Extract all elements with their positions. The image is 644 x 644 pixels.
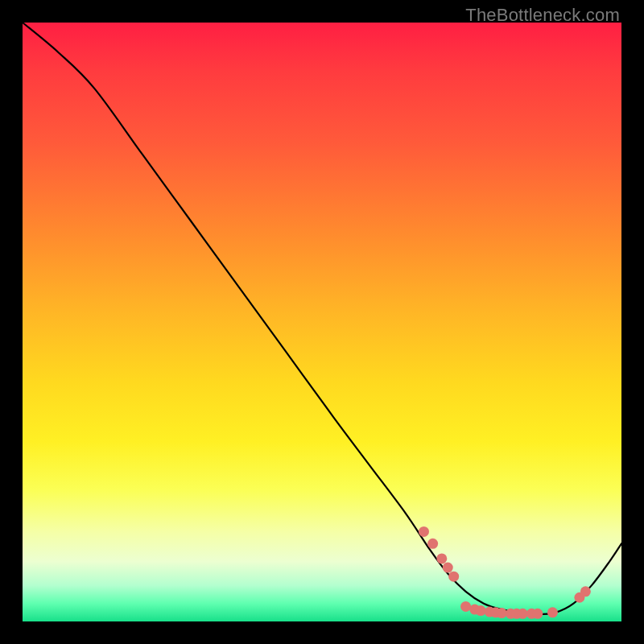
curve-marker <box>547 607 558 617</box>
curve-markers <box>419 526 591 619</box>
curve-marker <box>443 563 453 573</box>
curve-marker <box>532 609 543 619</box>
curve-marker <box>448 572 459 582</box>
chart-frame: TheBottleneck.com <box>0 0 644 644</box>
curve-marker <box>518 609 528 619</box>
curve-marker <box>427 539 438 549</box>
curve-marker <box>497 608 507 618</box>
curve-marker <box>419 526 429 537</box>
curve-marker <box>476 605 486 616</box>
chart-overlay-svg <box>23 23 621 621</box>
curve-marker <box>436 553 447 564</box>
curve-marker <box>460 601 471 612</box>
bottleneck-curve <box>23 23 621 614</box>
curve-marker <box>580 586 591 597</box>
